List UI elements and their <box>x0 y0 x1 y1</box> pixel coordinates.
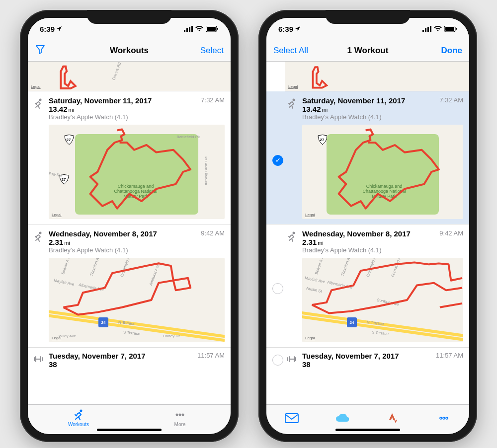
svg-rect-3 <box>191 26 193 32</box>
status-time: 6:39 <box>278 25 293 33</box>
running-icon <box>32 96 49 112</box>
map-peek[interactable]: Givens Rd Legal <box>28 62 231 91</box>
svg-rect-19 <box>456 28 457 30</box>
svg-point-9 <box>80 410 83 412</box>
tab-label: Workouts <box>68 422 89 427</box>
svg-point-25 <box>446 417 448 419</box>
svg-rect-5 <box>207 27 216 31</box>
workout-date: Saturday, November 11, 2017 <box>49 96 152 105</box>
workout-row[interactable]: Tuesday, November 7, 2017 38 11:57 AM <box>28 348 231 369</box>
battery-icon <box>444 25 457 33</box>
svg-rect-15 <box>427 27 429 32</box>
notch <box>326 10 410 24</box>
workout-map[interactable]: 24 Belvoir Ave Thornton Ave Brookfield A… <box>49 258 225 342</box>
svg-rect-6 <box>217 28 218 30</box>
nav-title: Workouts <box>75 46 184 56</box>
workout-date: Wednesday, November 8, 2017 <box>302 229 411 238</box>
workout-row[interactable]: Wednesday, November 8, 2017 2.31mi 9:42 … <box>266 224 469 348</box>
workout-map[interactable]: 27 27 Chickamauga and Chattanooga Nation… <box>49 125 225 219</box>
select-all-button[interactable]: Select All <box>273 46 313 56</box>
selection-checkbox[interactable] <box>272 283 283 294</box>
strava-icon <box>387 412 399 424</box>
workout-map[interactable]: 24 Belvoir Ave Thornton Ave Brookfield A… <box>302 258 463 342</box>
svg-point-11 <box>179 414 181 416</box>
running-icon <box>72 409 85 421</box>
workout-time: 9:42 AM <box>435 229 463 237</box>
running-icon <box>285 229 302 245</box>
svg-point-23 <box>440 417 442 419</box>
workout-distance: 13.42 <box>49 105 68 113</box>
done-button[interactable]: Done <box>422 46 462 56</box>
svg-point-7 <box>39 99 42 101</box>
nav-bar: Workouts Select <box>28 40 231 62</box>
screen: 6:39 Select All 1 Workout Done Legal ✓ <box>266 18 469 434</box>
svg-point-21 <box>293 232 295 234</box>
map-peek[interactable]: Legal <box>285 62 469 91</box>
workout-row[interactable]: Wednesday, November 8, 2017 2.31mi 9:42 … <box>28 224 231 348</box>
cloud-icon <box>334 413 350 424</box>
tab-more[interactable]: More <box>129 409 231 427</box>
selection-checkbox[interactable] <box>272 355 283 366</box>
home-indicator[interactable] <box>97 429 162 431</box>
workout-list[interactable]: Legal ✓ Saturday, November 11, 2017 13.4… <box>266 62 469 404</box>
workout-device: Bradley's Apple Watch (4.1) <box>49 113 225 121</box>
map-legal[interactable]: Legal <box>305 336 315 340</box>
select-button[interactable]: Select <box>184 46 224 56</box>
map-legal[interactable]: Legal <box>305 213 315 217</box>
running-icon <box>32 229 49 245</box>
more-button[interactable] <box>418 413 469 424</box>
svg-point-8 <box>39 232 42 234</box>
gym-icon <box>285 352 302 369</box>
running-icon <box>285 96 302 112</box>
selection-checkbox[interactable]: ✓ <box>272 155 283 166</box>
nav-title: 1 Workout <box>313 46 422 56</box>
signal-icon <box>184 25 193 33</box>
map-legal[interactable]: Legal <box>52 336 62 340</box>
workout-device: Bradley's Apple Watch (4.1) <box>302 246 463 254</box>
status-time: 6:39 <box>40 25 55 33</box>
tab-workouts[interactable]: Workouts <box>28 409 129 427</box>
map-legal[interactable]: Legal <box>288 84 298 89</box>
workout-device: Bradley's Apple Watch (4.1) <box>302 113 463 121</box>
svg-rect-2 <box>189 27 190 32</box>
workout-map[interactable]: 27 Chickamauga and Chattanooga National … <box>302 125 463 219</box>
filter-button[interactable] <box>35 44 75 57</box>
workout-device: Bradley's Apple Watch (4.1) <box>49 246 225 254</box>
mail-button[interactable] <box>266 413 317 424</box>
mail-icon <box>284 413 299 424</box>
strava-button[interactable] <box>368 412 418 424</box>
home-indicator[interactable] <box>335 429 400 431</box>
tab-label: More <box>174 422 186 427</box>
gym-icon <box>32 352 49 369</box>
workout-row[interactable]: Saturday, November 11, 2017 13.42mi 7:32… <box>28 91 231 224</box>
workout-list[interactable]: Givens Rd Legal Saturday, November 11, 2… <box>28 62 231 404</box>
workout-row[interactable]: Tuesday, November 7, 2017 38 11:57 AM <box>266 348 469 369</box>
map-legal[interactable]: Legal <box>31 84 41 89</box>
svg-rect-16 <box>430 26 431 32</box>
workout-date: Tuesday, November 7, 2017 <box>302 352 399 360</box>
wifi-icon <box>195 25 203 33</box>
map-legal[interactable]: Legal <box>52 213 62 217</box>
workout-date: Saturday, November 11, 2017 <box>302 96 405 105</box>
svg-rect-22 <box>285 414 298 423</box>
workout-row[interactable]: ✓ Saturday, November 11, 2017 13.42mi 7:… <box>266 91 469 224</box>
distance-unit: mi <box>64 240 70 246</box>
svg-rect-18 <box>445 27 454 31</box>
signal-icon <box>422 25 431 33</box>
svg-rect-14 <box>425 28 426 32</box>
cloud-button[interactable] <box>317 413 368 424</box>
wifi-icon <box>434 25 442 33</box>
svg-point-20 <box>293 99 295 101</box>
svg-rect-13 <box>422 30 424 32</box>
svg-rect-1 <box>186 28 188 32</box>
svg-point-24 <box>443 417 445 419</box>
nav-bar: Select All 1 Workout Done <box>266 40 469 62</box>
location-icon <box>56 25 62 33</box>
workout-time: 11:57 AM <box>193 352 225 359</box>
workout-time: 7:32 AM <box>435 96 463 104</box>
more-icon <box>173 409 187 421</box>
location-icon <box>295 25 301 33</box>
workout-time: 11:57 AM <box>432 352 463 359</box>
workout-date: Wednesday, November 8, 2017 <box>49 229 157 238</box>
svg-point-12 <box>182 414 184 416</box>
